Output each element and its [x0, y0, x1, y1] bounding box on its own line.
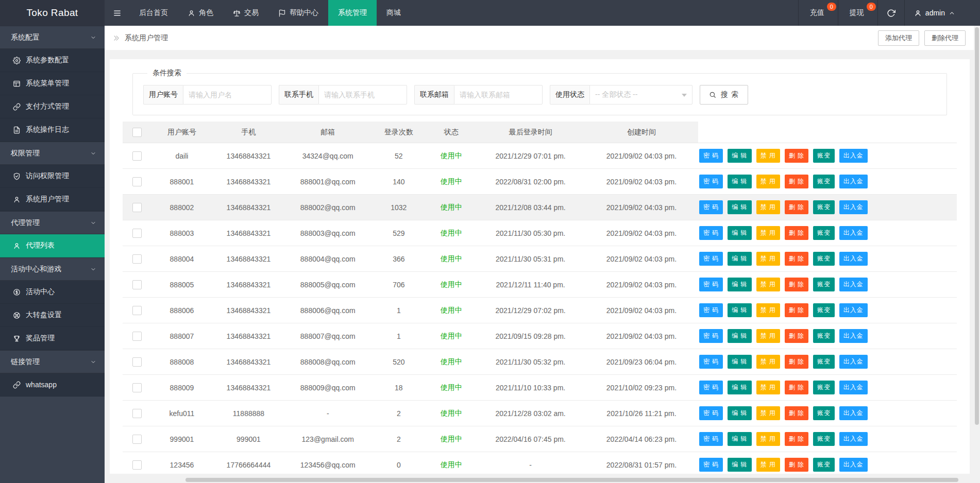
- edit-button[interactable]: 编 辑: [728, 406, 751, 420]
- balance-change-button[interactable]: 账变: [813, 226, 835, 240]
- edit-button[interactable]: 编 辑: [728, 355, 751, 369]
- delete-button[interactable]: 删 除: [785, 226, 808, 240]
- balance-change-button[interactable]: 账变: [813, 458, 835, 472]
- funds-in-out-button[interactable]: 出入金: [839, 458, 868, 472]
- row-checkbox[interactable]: [132, 409, 142, 418]
- nav-badge-item[interactable]: 充值 0: [798, 0, 838, 26]
- password-button[interactable]: 密 码: [699, 278, 723, 291]
- sidebar-item[interactable]: 活动中心: [0, 281, 105, 304]
- nav-item[interactable]: 角色: [178, 0, 223, 26]
- sidebar-item[interactable]: 系统配置: [0, 26, 105, 49]
- delete-agent-button[interactable]: 删除代理: [924, 30, 966, 46]
- password-button[interactable]: 密 码: [699, 329, 723, 343]
- disable-button[interactable]: 禁 用: [756, 458, 780, 472]
- sidebar-item[interactable]: 活动中心和游戏: [0, 257, 105, 281]
- funds-in-out-button[interactable]: 出入金: [839, 432, 868, 446]
- funds-in-out-button[interactable]: 出入金: [839, 406, 868, 420]
- row-checkbox[interactable]: [132, 460, 142, 470]
- edit-button[interactable]: 编 辑: [728, 458, 751, 472]
- delete-button[interactable]: 删 除: [785, 329, 808, 343]
- disable-button[interactable]: 禁 用: [756, 200, 780, 214]
- add-agent-button[interactable]: 添加代理: [878, 30, 919, 46]
- admin-user-menu[interactable]: admin: [904, 0, 965, 26]
- password-button[interactable]: 密 码: [699, 381, 723, 394]
- vertical-scrollbar-thumb[interactable]: [975, 27, 979, 425]
- row-checkbox[interactable]: [132, 254, 142, 264]
- delete-button[interactable]: 删 除: [785, 200, 808, 214]
- search-button[interactable]: 搜 索: [700, 85, 748, 105]
- search-input[interactable]: [183, 85, 272, 105]
- password-button[interactable]: 密 码: [699, 175, 723, 188]
- row-checkbox[interactable]: [132, 280, 142, 289]
- funds-in-out-button[interactable]: 出入金: [839, 200, 868, 214]
- balance-change-button[interactable]: 账变: [813, 175, 835, 188]
- disable-button[interactable]: 禁 用: [756, 252, 780, 266]
- balance-change-button[interactable]: 账变: [813, 303, 835, 317]
- row-checkbox[interactable]: [132, 203, 142, 212]
- edit-button[interactable]: 编 辑: [728, 278, 751, 291]
- password-button[interactable]: 密 码: [699, 200, 723, 214]
- password-button[interactable]: 密 码: [699, 303, 723, 317]
- search-input[interactable]: [318, 85, 407, 105]
- sidebar-item[interactable]: 访问权限管理: [0, 165, 105, 188]
- disable-button[interactable]: 禁 用: [756, 303, 780, 317]
- select-all-checkbox[interactable]: [132, 128, 142, 137]
- delete-button[interactable]: 删 除: [785, 278, 808, 291]
- funds-in-out-button[interactable]: 出入金: [839, 175, 868, 188]
- balance-change-button[interactable]: 账变: [813, 381, 835, 394]
- funds-in-out-button[interactable]: 出入金: [839, 381, 868, 394]
- sidebar-item[interactable]: 奖品管理: [0, 327, 105, 350]
- row-checkbox[interactable]: [132, 151, 142, 161]
- password-button[interactable]: 密 码: [699, 149, 723, 163]
- sidebar-item[interactable]: 大转盘设置: [0, 304, 105, 327]
- disable-button[interactable]: 禁 用: [756, 329, 780, 343]
- disable-button[interactable]: 禁 用: [756, 381, 780, 394]
- funds-in-out-button[interactable]: 出入金: [839, 278, 868, 291]
- nav-item[interactable]: 系统管理: [328, 0, 377, 26]
- row-checkbox[interactable]: [132, 332, 142, 341]
- nav-item[interactable]: 后台首页: [129, 0, 178, 26]
- nav-item[interactable]: 帮助中心: [268, 0, 328, 26]
- edit-button[interactable]: 编 辑: [728, 303, 751, 317]
- disable-button[interactable]: 禁 用: [756, 226, 780, 240]
- disable-button[interactable]: 禁 用: [756, 406, 780, 420]
- nav-item[interactable]: 商城: [377, 0, 411, 26]
- delete-button[interactable]: 删 除: [785, 303, 808, 317]
- password-button[interactable]: 密 码: [699, 252, 723, 266]
- sidebar-item[interactable]: 代理列表: [0, 234, 105, 257]
- refresh-icon[interactable]: [877, 0, 904, 26]
- password-button[interactable]: 密 码: [699, 432, 723, 446]
- nav-badge-item[interactable]: 提现 0: [838, 0, 877, 26]
- balance-change-button[interactable]: 账变: [813, 329, 835, 343]
- edit-button[interactable]: 编 辑: [728, 432, 751, 446]
- delete-button[interactable]: 删 除: [785, 175, 808, 188]
- sidebar-item[interactable]: 权限管理: [0, 142, 105, 165]
- balance-change-button[interactable]: 账变: [813, 432, 835, 446]
- edit-button[interactable]: 编 辑: [728, 381, 751, 394]
- status-select[interactable]: -- 全部状态 --: [589, 85, 692, 105]
- balance-change-button[interactable]: 账变: [813, 200, 835, 214]
- disable-button[interactable]: 禁 用: [756, 278, 780, 291]
- password-button[interactable]: 密 码: [699, 226, 723, 240]
- balance-change-button[interactable]: 账变: [813, 355, 835, 369]
- row-checkbox[interactable]: [132, 435, 142, 444]
- horizontal-scrollbar-thumb[interactable]: [185, 478, 958, 482]
- row-checkbox[interactable]: [132, 177, 142, 186]
- funds-in-out-button[interactable]: 出入金: [839, 226, 868, 240]
- sidebar-item[interactable]: 系统菜单管理: [0, 72, 105, 95]
- password-button[interactable]: 密 码: [699, 458, 723, 472]
- delete-button[interactable]: 删 除: [785, 406, 808, 420]
- sidebar-item[interactable]: 系统操作日志: [0, 118, 105, 142]
- edit-button[interactable]: 编 辑: [728, 149, 751, 163]
- disable-button[interactable]: 禁 用: [756, 175, 780, 188]
- funds-in-out-button[interactable]: 出入金: [839, 303, 868, 317]
- balance-change-button[interactable]: 账变: [813, 149, 835, 163]
- funds-in-out-button[interactable]: 出入金: [839, 329, 868, 343]
- balance-change-button[interactable]: 账变: [813, 406, 835, 420]
- funds-in-out-button[interactable]: 出入金: [839, 355, 868, 369]
- delete-button[interactable]: 删 除: [785, 458, 808, 472]
- search-input[interactable]: [454, 85, 543, 105]
- balance-change-button[interactable]: 账变: [813, 252, 835, 266]
- funds-in-out-button[interactable]: 出入金: [839, 149, 868, 163]
- edit-button[interactable]: 编 辑: [728, 252, 751, 266]
